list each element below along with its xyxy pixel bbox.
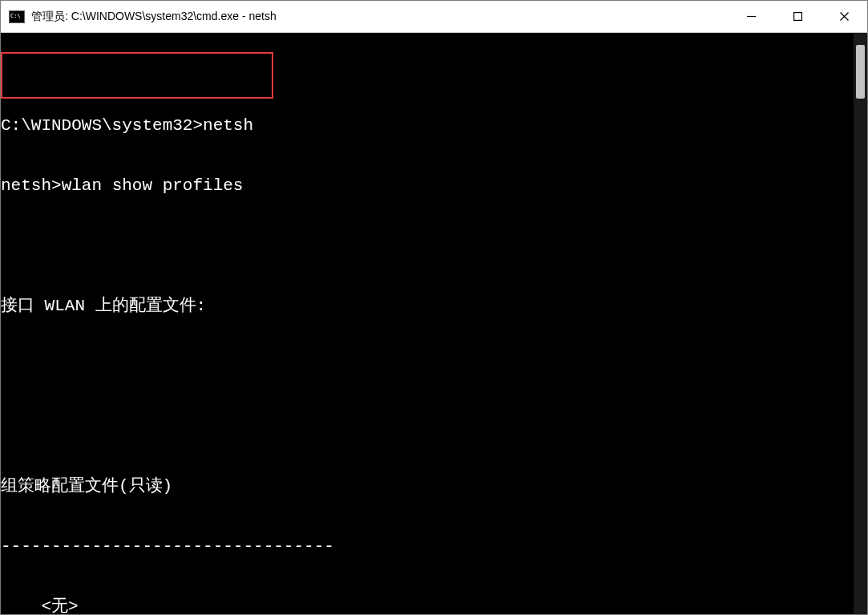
interface-header: 接口 WLAN 上的配置文件: xyxy=(1,296,854,316)
prompt-path-1: C:\WINDOWS\system32> xyxy=(1,116,203,135)
blank-line xyxy=(1,356,854,376)
window-titlebar: 管理员: C:\WINDOWS\system32\cmd.exe - netsh xyxy=(1,1,867,33)
minimize-icon xyxy=(747,12,756,21)
cmd-icon xyxy=(9,10,25,23)
maximize-button[interactable] xyxy=(774,1,821,32)
prompt-cmd-1: netsh xyxy=(203,116,253,135)
gp-section-none: <无> xyxy=(1,597,854,614)
maximize-icon xyxy=(793,12,802,21)
close-button[interactable] xyxy=(821,1,867,32)
window-title: 管理员: C:\WINDOWS\system32\cmd.exe - netsh xyxy=(31,10,728,24)
prompt-path-2: netsh> xyxy=(1,176,62,195)
terminal-area[interactable]: C:\WINDOWS\system32>netsh netsh>wlan sho… xyxy=(1,33,867,614)
prompt-line-1: C:\WINDOWS\system32>netsh xyxy=(1,115,854,136)
blank-line xyxy=(1,416,854,436)
gp-section-divider: --------------------------------- xyxy=(1,536,854,556)
prompt-cmd-2: wlan show profiles xyxy=(62,176,244,195)
prompt-line-2: netsh>wlan show profiles xyxy=(1,176,854,196)
command-highlight-box xyxy=(1,52,273,99)
blank-line xyxy=(1,236,854,256)
minimize-button[interactable] xyxy=(728,1,774,32)
close-icon xyxy=(840,12,849,21)
window-controls xyxy=(728,1,867,32)
svg-rect-1 xyxy=(793,13,801,21)
gp-section-title: 组策略配置文件(只读) xyxy=(1,476,854,496)
terminal-content: C:\WINDOWS\system32>netsh netsh>wlan sho… xyxy=(1,33,854,614)
scrollbar-track[interactable] xyxy=(854,33,867,614)
scrollbar-thumb[interactable] xyxy=(856,45,865,99)
